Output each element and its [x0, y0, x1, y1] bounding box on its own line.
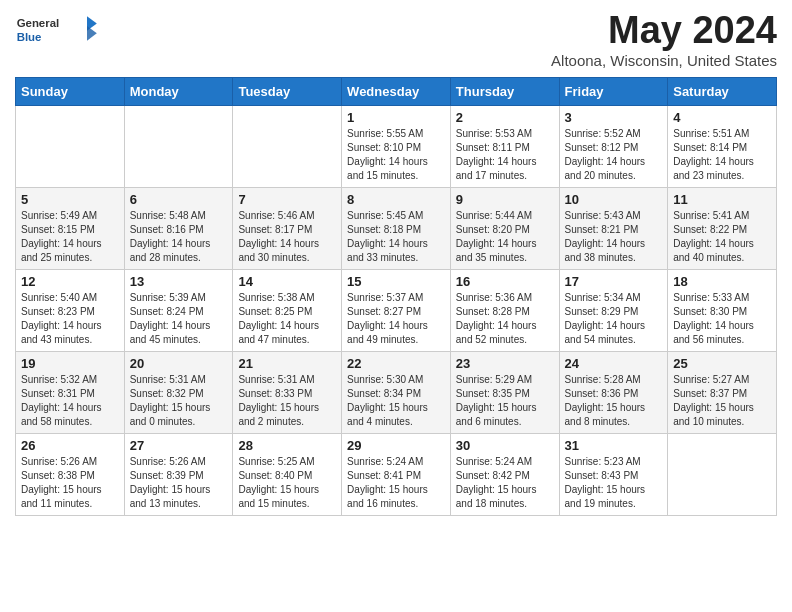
day-info: Sunrise: 5:44 AM Sunset: 8:20 PM Dayligh… — [456, 209, 554, 265]
day-info: Sunrise: 5:53 AM Sunset: 8:11 PM Dayligh… — [456, 127, 554, 183]
day-info: Sunrise: 5:28 AM Sunset: 8:36 PM Dayligh… — [565, 373, 663, 429]
day-header-sunday: Sunday — [16, 77, 125, 105]
title-block: May 2024 Altoona, Wisconsin, United Stat… — [551, 10, 777, 69]
calendar-cell: 18Sunrise: 5:33 AM Sunset: 8:30 PM Dayli… — [668, 269, 777, 351]
calendar-table: SundayMondayTuesdayWednesdayThursdayFrid… — [15, 77, 777, 516]
day-number: 18 — [673, 274, 771, 289]
day-number: 22 — [347, 356, 445, 371]
day-number: 1 — [347, 110, 445, 125]
location: Altoona, Wisconsin, United States — [551, 52, 777, 69]
svg-marker-3 — [87, 26, 97, 41]
calendar-cell: 13Sunrise: 5:39 AM Sunset: 8:24 PM Dayli… — [124, 269, 233, 351]
day-number: 30 — [456, 438, 554, 453]
day-info: Sunrise: 5:31 AM Sunset: 8:33 PM Dayligh… — [238, 373, 336, 429]
calendar-cell — [124, 105, 233, 187]
day-info: Sunrise: 5:25 AM Sunset: 8:40 PM Dayligh… — [238, 455, 336, 511]
calendar-cell: 30Sunrise: 5:24 AM Sunset: 8:42 PM Dayli… — [450, 433, 559, 515]
calendar-cell: 24Sunrise: 5:28 AM Sunset: 8:36 PM Dayli… — [559, 351, 668, 433]
calendar-cell: 7Sunrise: 5:46 AM Sunset: 8:17 PM Daylig… — [233, 187, 342, 269]
day-number: 16 — [456, 274, 554, 289]
calendar-cell: 10Sunrise: 5:43 AM Sunset: 8:21 PM Dayli… — [559, 187, 668, 269]
calendar-week-row: 5Sunrise: 5:49 AM Sunset: 8:15 PM Daylig… — [16, 187, 777, 269]
day-header-saturday: Saturday — [668, 77, 777, 105]
day-header-monday: Monday — [124, 77, 233, 105]
day-number: 10 — [565, 192, 663, 207]
calendar-week-row: 19Sunrise: 5:32 AM Sunset: 8:31 PM Dayli… — [16, 351, 777, 433]
day-info: Sunrise: 5:46 AM Sunset: 8:17 PM Dayligh… — [238, 209, 336, 265]
day-number: 29 — [347, 438, 445, 453]
day-number: 2 — [456, 110, 554, 125]
calendar-cell: 21Sunrise: 5:31 AM Sunset: 8:33 PM Dayli… — [233, 351, 342, 433]
day-number: 26 — [21, 438, 119, 453]
day-info: Sunrise: 5:40 AM Sunset: 8:23 PM Dayligh… — [21, 291, 119, 347]
logo-svg: General Blue — [15, 10, 105, 55]
day-info: Sunrise: 5:38 AM Sunset: 8:25 PM Dayligh… — [238, 291, 336, 347]
day-number: 24 — [565, 356, 663, 371]
day-info: Sunrise: 5:45 AM Sunset: 8:18 PM Dayligh… — [347, 209, 445, 265]
day-info: Sunrise: 5:31 AM Sunset: 8:32 PM Dayligh… — [130, 373, 228, 429]
calendar-cell: 28Sunrise: 5:25 AM Sunset: 8:40 PM Dayli… — [233, 433, 342, 515]
day-info: Sunrise: 5:55 AM Sunset: 8:10 PM Dayligh… — [347, 127, 445, 183]
calendar-cell: 29Sunrise: 5:24 AM Sunset: 8:41 PM Dayli… — [342, 433, 451, 515]
day-number: 11 — [673, 192, 771, 207]
day-info: Sunrise: 5:51 AM Sunset: 8:14 PM Dayligh… — [673, 127, 771, 183]
day-header-friday: Friday — [559, 77, 668, 105]
svg-text:Blue: Blue — [17, 32, 42, 44]
day-number: 31 — [565, 438, 663, 453]
day-header-tuesday: Tuesday — [233, 77, 342, 105]
day-number: 12 — [21, 274, 119, 289]
day-info: Sunrise: 5:32 AM Sunset: 8:31 PM Dayligh… — [21, 373, 119, 429]
day-number: 25 — [673, 356, 771, 371]
calendar-cell: 9Sunrise: 5:44 AM Sunset: 8:20 PM Daylig… — [450, 187, 559, 269]
day-number: 7 — [238, 192, 336, 207]
calendar-cell: 16Sunrise: 5:36 AM Sunset: 8:28 PM Dayli… — [450, 269, 559, 351]
calendar-week-row: 1Sunrise: 5:55 AM Sunset: 8:10 PM Daylig… — [16, 105, 777, 187]
day-header-thursday: Thursday — [450, 77, 559, 105]
calendar-cell: 19Sunrise: 5:32 AM Sunset: 8:31 PM Dayli… — [16, 351, 125, 433]
calendar-week-row: 12Sunrise: 5:40 AM Sunset: 8:23 PM Dayli… — [16, 269, 777, 351]
calendar-cell — [233, 105, 342, 187]
calendar-cell: 25Sunrise: 5:27 AM Sunset: 8:37 PM Dayli… — [668, 351, 777, 433]
day-info: Sunrise: 5:49 AM Sunset: 8:15 PM Dayligh… — [21, 209, 119, 265]
day-info: Sunrise: 5:29 AM Sunset: 8:35 PM Dayligh… — [456, 373, 554, 429]
day-info: Sunrise: 5:26 AM Sunset: 8:39 PM Dayligh… — [130, 455, 228, 511]
calendar-cell: 23Sunrise: 5:29 AM Sunset: 8:35 PM Dayli… — [450, 351, 559, 433]
day-info: Sunrise: 5:23 AM Sunset: 8:43 PM Dayligh… — [565, 455, 663, 511]
logo: General Blue — [15, 10, 105, 55]
day-number: 21 — [238, 356, 336, 371]
day-info: Sunrise: 5:37 AM Sunset: 8:27 PM Dayligh… — [347, 291, 445, 347]
day-number: 9 — [456, 192, 554, 207]
calendar-cell: 15Sunrise: 5:37 AM Sunset: 8:27 PM Dayli… — [342, 269, 451, 351]
calendar-cell: 8Sunrise: 5:45 AM Sunset: 8:18 PM Daylig… — [342, 187, 451, 269]
day-number: 20 — [130, 356, 228, 371]
day-header-wednesday: Wednesday — [342, 77, 451, 105]
page-header: General Blue May 2024 Altoona, Wisconsin… — [15, 10, 777, 69]
day-info: Sunrise: 5:24 AM Sunset: 8:41 PM Dayligh… — [347, 455, 445, 511]
calendar-cell: 20Sunrise: 5:31 AM Sunset: 8:32 PM Dayli… — [124, 351, 233, 433]
day-number: 5 — [21, 192, 119, 207]
calendar-cell: 1Sunrise: 5:55 AM Sunset: 8:10 PM Daylig… — [342, 105, 451, 187]
calendar-cell: 11Sunrise: 5:41 AM Sunset: 8:22 PM Dayli… — [668, 187, 777, 269]
calendar-cell: 5Sunrise: 5:49 AM Sunset: 8:15 PM Daylig… — [16, 187, 125, 269]
day-number: 17 — [565, 274, 663, 289]
month-title: May 2024 — [551, 10, 777, 52]
day-info: Sunrise: 5:39 AM Sunset: 8:24 PM Dayligh… — [130, 291, 228, 347]
day-number: 14 — [238, 274, 336, 289]
calendar-cell: 6Sunrise: 5:48 AM Sunset: 8:16 PM Daylig… — [124, 187, 233, 269]
calendar-cell — [668, 433, 777, 515]
day-info: Sunrise: 5:43 AM Sunset: 8:21 PM Dayligh… — [565, 209, 663, 265]
day-info: Sunrise: 5:48 AM Sunset: 8:16 PM Dayligh… — [130, 209, 228, 265]
day-info: Sunrise: 5:33 AM Sunset: 8:30 PM Dayligh… — [673, 291, 771, 347]
day-number: 15 — [347, 274, 445, 289]
day-number: 28 — [238, 438, 336, 453]
calendar-cell: 27Sunrise: 5:26 AM Sunset: 8:39 PM Dayli… — [124, 433, 233, 515]
day-info: Sunrise: 5:36 AM Sunset: 8:28 PM Dayligh… — [456, 291, 554, 347]
calendar-week-row: 26Sunrise: 5:26 AM Sunset: 8:38 PM Dayli… — [16, 433, 777, 515]
day-number: 19 — [21, 356, 119, 371]
calendar-cell: 3Sunrise: 5:52 AM Sunset: 8:12 PM Daylig… — [559, 105, 668, 187]
day-info: Sunrise: 5:24 AM Sunset: 8:42 PM Dayligh… — [456, 455, 554, 511]
day-info: Sunrise: 5:52 AM Sunset: 8:12 PM Dayligh… — [565, 127, 663, 183]
calendar-cell: 14Sunrise: 5:38 AM Sunset: 8:25 PM Dayli… — [233, 269, 342, 351]
day-number: 13 — [130, 274, 228, 289]
day-number: 6 — [130, 192, 228, 207]
